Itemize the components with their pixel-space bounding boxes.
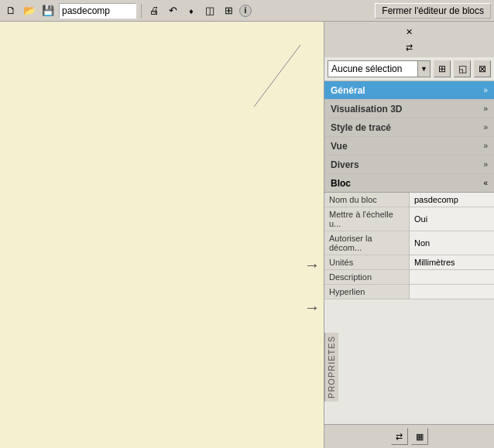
plot-icon[interactable]: 🖨: [146, 3, 162, 19]
table-row: Description: [324, 270, 494, 285]
bloc-section-label: Bloc: [331, 178, 351, 189]
block-icon[interactable]: ◫: [202, 3, 218, 19]
selection-dropdown-wrapper[interactable]: Aucune sélection ▼: [328, 60, 431, 77]
insert-icon[interactable]: ⊞: [221, 3, 236, 19]
panel-icon-2[interactable]: ⇄: [403, 40, 417, 54]
panel-icon-1[interactable]: ✕: [403, 25, 417, 39]
canvas-arrow-right: →: [304, 256, 320, 274]
save-icon[interactable]: 💾: [40, 3, 56, 19]
panel-content: Général » Visualisation 3D » Style de tr…: [324, 81, 494, 424]
section-general-chevron: »: [483, 86, 488, 94]
section-viz3d[interactable]: Visualisation 3D »: [324, 100, 494, 118]
bloc-header[interactable]: Bloc «: [324, 174, 494, 193]
panel-top-icons: ✕ ⇄: [324, 22, 494, 57]
row-key-5: Hyperlien: [324, 285, 410, 299]
open-icon[interactable]: 📂: [22, 3, 37, 19]
redo-icon[interactable]: ⬧: [184, 3, 199, 19]
side-label: PROPRIETES: [324, 333, 338, 402]
new-icon[interactable]: 🗋: [3, 3, 19, 19]
toolbar: 🗋 📂 💾 🖨 ↶ ⬧ ◫ ⊞ i Fermer l'éditeur de bl…: [0, 0, 494, 22]
row-key-2: Autoriser la décom...: [324, 231, 410, 255]
section-divers-chevron: »: [483, 160, 488, 169]
panel-bottom-icon-1[interactable]: ⇄: [391, 428, 408, 445]
row-val-0[interactable]: pasdecomp: [410, 193, 495, 207]
panel-bottom: ⇄ ▦: [324, 424, 494, 448]
table-row: Hyperlien: [324, 285, 494, 299]
main-area: → → ✕ ⇄ Aucune sélection ▼ ⊞ ◱ ⊠ Général…: [0, 22, 494, 448]
row-key-3: Unités: [324, 255, 410, 270]
undo-icon[interactable]: ↶: [165, 3, 180, 19]
selection-row: Aucune sélection ▼ ⊞ ◱ ⊠: [324, 57, 494, 81]
properties-panel: ✕ ⇄ Aucune sélection ▼ ⊞ ◱ ⊠ Général » V…: [324, 22, 494, 448]
row-key-0: Nom du bloc: [324, 193, 410, 207]
section-viz3d-label: Visualisation 3D: [331, 104, 402, 115]
table-row: Mettre à l'échelle u... Oui: [324, 207, 494, 231]
separator-1: [141, 4, 142, 18]
info-icon[interactable]: i: [239, 5, 252, 17]
section-style-label: Style de tracé: [331, 122, 391, 133]
canvas-arrow-right-2: →: [304, 299, 320, 316]
canvas-area: → →: [0, 22, 324, 448]
row-key-1: Mettre à l'échelle u...: [324, 207, 410, 231]
section-style[interactable]: Style de tracé »: [324, 118, 494, 137]
panel-bottom-icon-2[interactable]: ▦: [411, 428, 428, 445]
section-style-chevron: »: [483, 123, 488, 132]
panel-btn-3[interactable]: ⊠: [474, 60, 491, 77]
table-row: Nom du bloc pasdecomp: [324, 193, 494, 207]
svg-line-0: [254, 45, 300, 107]
section-vue-chevron: »: [483, 142, 488, 150]
section-vue-label: Vue: [331, 141, 348, 152]
section-general[interactable]: Général »: [324, 81, 494, 100]
selection-dropdown-text: Aucune sélection: [328, 62, 417, 76]
section-divers[interactable]: Divers »: [324, 156, 494, 174]
bloc-section-chevron: «: [483, 179, 488, 187]
row-val-2[interactable]: Non: [410, 231, 495, 255]
dropdown-arrow-btn[interactable]: ▼: [417, 61, 430, 77]
close-editor-button[interactable]: Fermer l'éditeur de blocs: [375, 3, 491, 19]
row-val-1[interactable]: Oui: [410, 207, 495, 231]
panel-btn-2[interactable]: ◱: [454, 60, 471, 77]
row-val-4[interactable]: [410, 270, 495, 285]
table-row: Autoriser la décom... Non: [324, 231, 494, 255]
section-divers-label: Divers: [331, 159, 359, 170]
filename-input[interactable]: [59, 3, 136, 19]
canvas-decoration: [254, 45, 300, 107]
row-val-5[interactable]: [410, 285, 495, 299]
panel-btn-1[interactable]: ⊞: [434, 60, 451, 77]
section-vue[interactable]: Vue »: [324, 137, 494, 156]
section-viz3d-chevron: »: [483, 104, 488, 113]
table-row: Unités Millimètres: [324, 255, 494, 270]
row-val-3[interactable]: Millimètres: [410, 255, 495, 270]
bloc-table: Nom du bloc pasdecomp Mettre à l'échelle…: [324, 193, 494, 299]
section-general-label: Général: [331, 85, 365, 96]
row-key-4: Description: [324, 270, 410, 285]
bloc-section: Bloc « Nom du bloc pasdecomp Mettre à l'…: [324, 174, 494, 299]
